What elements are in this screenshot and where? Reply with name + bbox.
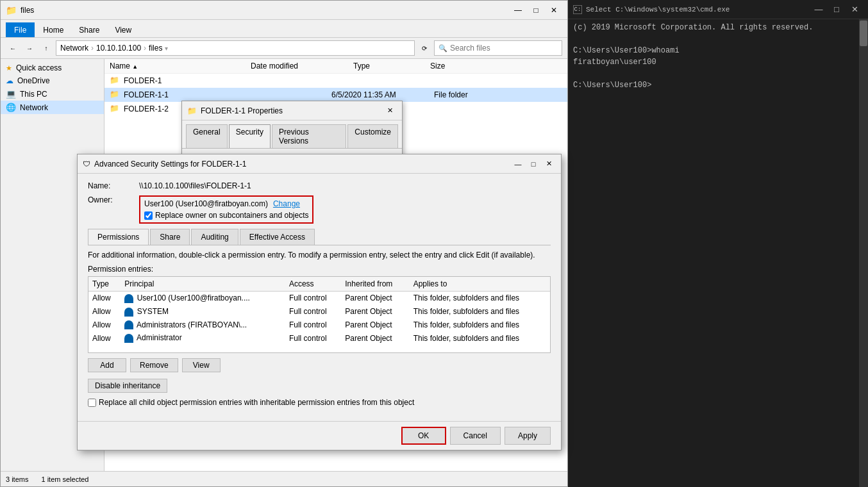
adv-name-label: Name:: [88, 181, 139, 190]
adv-name-row: Name: \\10.10.10.100\files\FOLDER-1-1: [88, 181, 551, 190]
network-icon: 🌐: [6, 103, 16, 112]
principal-name-3: Administrator: [137, 333, 182, 342]
replace-permissions-checkbox[interactable]: [88, 399, 96, 407]
sidebar-label-quick-access: Quick access: [16, 63, 62, 72]
search-box[interactable]: 🔍: [434, 40, 562, 56]
replace-permissions-label: Replace all child object permission entr…: [99, 398, 414, 407]
adv-tab-share[interactable]: Share: [150, 229, 190, 245]
star-icon: ★: [6, 64, 12, 72]
pc-icon: 💻: [6, 89, 16, 99]
sidebar-item-quick-access[interactable]: ★ Quick access: [1, 62, 104, 74]
remove-btn[interactable]: Remove: [130, 358, 178, 372]
owner-row: User100 (User100@firatboyan.com) Change: [144, 199, 308, 208]
adv-maximize-btn[interactable]: □: [526, 158, 540, 170]
perm-applies-2: This folder, subfolders and files: [410, 318, 550, 332]
list-item[interactable]: 📁 FOLDER-1: [104, 74, 567, 88]
adv-minimize-btn[interactable]: —: [511, 158, 525, 170]
cloud-icon: ☁: [6, 76, 13, 85]
ribbon-tab-view[interactable]: View: [108, 22, 138, 37]
adv-tab-effective-access[interactable]: Effective Access: [240, 229, 315, 245]
address-segment-network: Network: [60, 44, 88, 53]
ribbon-tab-share[interactable]: Share: [72, 22, 106, 37]
ok-btn[interactable]: OK: [401, 427, 446, 445]
perm-type-1: Allow: [88, 305, 121, 318]
adv-body: Name: \\10.10.10.100\files\FOLDER-1-1 Ow…: [78, 174, 561, 421]
perm-table-container: Type Principal Access Inherited from App…: [88, 276, 551, 353]
col-header-principal: Principal: [121, 277, 285, 292]
nav-refresh-btn[interactable]: ⟳: [417, 41, 431, 55]
nav-back-btn[interactable]: ←: [6, 41, 20, 55]
address-path-bar[interactable]: Network › 10.10.10.100 › files ▾: [56, 40, 415, 56]
table-row[interactable]: Allow Administrators (FIRATBOYAN\... Ful…: [88, 318, 550, 332]
adv-dialog-icon: 🛡: [83, 160, 90, 169]
titlebar-left: 📁 files: [6, 5, 34, 15]
table-row[interactable]: Allow SYSTEM Full control Parent Object …: [88, 305, 550, 318]
nav-up-btn[interactable]: ↑: [39, 41, 53, 55]
perm-principal-2: Administrators (FIRATBOYAN\...: [121, 318, 285, 332]
address-bar: ← → ↑ Network › 10.10.10.100 › files ▾ ⟳…: [1, 38, 567, 59]
cmd-icon: C:: [573, 5, 582, 14]
adv-dialog-controls: — □ ✕: [511, 158, 556, 170]
properties-tab-general[interactable]: General: [186, 124, 228, 148]
sidebar-item-onedrive[interactable]: ☁ OneDrive: [1, 74, 104, 87]
properties-tab-prev-versions[interactable]: Previous Versions: [272, 124, 346, 148]
explorer-minimize-btn[interactable]: —: [510, 3, 526, 18]
cmd-line-whoami: C:\Users\User100>whoami: [573, 45, 863, 56]
adv-info-text: For additional information, double-click…: [88, 251, 551, 260]
cmd-minimize-btn[interactable]: —: [810, 2, 827, 17]
nav-forward-btn[interactable]: →: [22, 41, 37, 55]
cmd-scrollbar[interactable]: [859, 19, 868, 487]
perm-inherited-0: Parent Object: [341, 292, 409, 305]
adv-tab-permissions[interactable]: Permissions: [88, 229, 149, 245]
search-input[interactable]: [450, 44, 558, 53]
properties-tab-customize[interactable]: Customize: [347, 124, 398, 148]
disable-inheritance-btn[interactable]: Disable inheritance: [88, 379, 167, 393]
statusbar: 3 items 1 item selected: [1, 471, 567, 486]
perm-table: Type Principal Access Inherited from App…: [88, 277, 550, 345]
cmd-close-btn[interactable]: ✕: [846, 2, 863, 17]
status-selected-count: 1 item selected: [41, 475, 88, 483]
perm-inherited-1: Parent Object: [341, 305, 409, 318]
explorer-window-controls: — □ ✕: [510, 3, 562, 18]
apply-btn[interactable]: Apply: [505, 427, 551, 445]
view-btn[interactable]: View: [182, 358, 221, 372]
adv-owner-label: Owner:: [88, 195, 139, 204]
principal-name-0: User100 (User100@firatboyan....: [137, 293, 250, 302]
col-header-date: Date modified: [251, 62, 353, 70]
ribbon-tab-home[interactable]: Home: [36, 22, 71, 37]
cmd-copyright: (c) 2019 Microsoft Corporation. All righ…: [573, 22, 863, 33]
properties-titlebar: 📁 FOLDER-1-1 Properties ✕: [182, 101, 402, 120]
table-row[interactable]: Allow Administrator Full control Parent …: [88, 331, 550, 345]
cmd-content: (c) 2019 Microsoft Corporation. All righ…: [568, 19, 868, 94]
cancel-btn[interactable]: Cancel: [450, 427, 501, 445]
sidebar-label-this-pc: This PC: [20, 90, 47, 99]
explorer-close-btn[interactable]: ✕: [546, 3, 562, 18]
advanced-security-dialog: 🛡 Advanced Security Settings for FOLDER-…: [77, 154, 562, 450]
adv-close-btn[interactable]: ✕: [542, 158, 556, 170]
replace-owner-checkbox[interactable]: [144, 211, 153, 220]
sidebar-item-this-pc[interactable]: 💻 This PC: [1, 87, 104, 101]
ribbon-tab-file[interactable]: File: [6, 22, 35, 37]
col-header-applies: Applies to: [410, 277, 550, 292]
properties-close-btn[interactable]: ✕: [383, 104, 397, 117]
principal-name-2: Administrators (FIRATBOYAN\...: [137, 320, 247, 329]
folder-icon: 📁: [110, 76, 120, 86]
table-row[interactable]: Allow User100 (User100@firatboyan.... Fu…: [88, 292, 550, 305]
sidebar-item-network[interactable]: 🌐 Network: [1, 101, 104, 114]
perm-principal-0: User100 (User100@firatboyan....: [121, 292, 285, 305]
col-header-name: Name ▲: [110, 62, 251, 70]
properties-tab-security[interactable]: Security: [229, 124, 271, 148]
explorer-titlebar: 📁 files — □ ✕: [1, 1, 567, 20]
owner-box: User100 (User100@firatboyan.com) Change …: [139, 195, 313, 224]
explorer-title: files: [21, 6, 34, 15]
change-owner-link[interactable]: Change: [273, 199, 300, 208]
adv-tab-auditing[interactable]: Auditing: [191, 229, 238, 245]
cmd-maximize-btn[interactable]: □: [828, 2, 845, 17]
adv-security-titlebar: 🛡 Advanced Security Settings for FOLDER-…: [78, 154, 561, 174]
list-item[interactable]: 📁 FOLDER-1-1 6/5/2020 11:35 AM File fold…: [104, 88, 567, 102]
adv-name-value: \\10.10.10.100\files\FOLDER-1-1: [139, 181, 251, 190]
user-icon: [124, 294, 133, 303]
explorer-maximize-btn[interactable]: □: [528, 3, 544, 18]
add-btn[interactable]: Add: [88, 358, 126, 372]
user-icon: [124, 308, 133, 317]
